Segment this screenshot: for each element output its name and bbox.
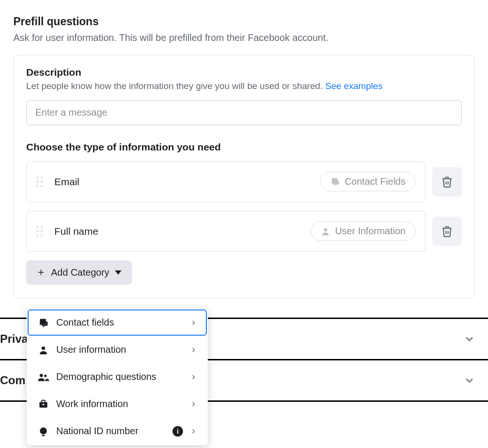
section-subtitle: Ask for user information. This will be p… bbox=[13, 31, 475, 44]
section-title: Prefill questions bbox=[13, 15, 475, 28]
prefill-questions-panel: Prefill questions Ask for user informati… bbox=[0, 0, 488, 299]
description-text: Let people know how the information they… bbox=[26, 80, 462, 92]
dropdown-item-contact-fields[interactable]: Contact fields bbox=[28, 309, 207, 336]
pill-label: Contact Fields bbox=[345, 176, 406, 187]
chevron-down-icon bbox=[463, 333, 476, 345]
svg-point-0 bbox=[324, 228, 327, 231]
svg-point-3 bbox=[41, 346, 45, 349]
delete-field-button[interactable] bbox=[432, 167, 462, 197]
field-row: EmailContact Fields bbox=[26, 161, 462, 202]
plus-icon bbox=[37, 268, 45, 277]
user-icon bbox=[37, 345, 50, 355]
collapsed-section-label: Com bbox=[0, 374, 25, 387]
add-category-dropdown: Contact fieldsUser informationDemographi… bbox=[27, 309, 208, 402]
chevron-right-icon bbox=[190, 319, 197, 327]
trash-icon bbox=[441, 175, 453, 189]
dropdown-item-user-information[interactable]: User information bbox=[28, 337, 207, 363]
description-title: Description bbox=[26, 67, 462, 78]
dropdown-item-label: User information bbox=[56, 344, 183, 355]
dropdown-item-label: Work information bbox=[56, 398, 183, 402]
svg-point-5 bbox=[44, 374, 47, 377]
dropdown-item-work-information[interactable]: Work information bbox=[28, 391, 207, 402]
dropdown-item-label: Demographic questions bbox=[56, 371, 183, 382]
dropdown-item-demographic-questions[interactable]: Demographic questions bbox=[28, 364, 207, 390]
trash-icon bbox=[441, 225, 453, 238]
field-category-pill: User Information bbox=[311, 221, 416, 241]
briefcase-icon bbox=[37, 399, 50, 402]
description-body: Let people know how the information they… bbox=[26, 81, 325, 91]
field-item[interactable]: EmailContact Fields bbox=[26, 161, 426, 202]
svg-point-4 bbox=[40, 374, 43, 377]
field-item[interactable]: Full nameUser Information bbox=[26, 211, 426, 252]
delete-field-button[interactable] bbox=[432, 217, 462, 246]
drag-handle-icon[interactable] bbox=[36, 176, 43, 187]
choose-info-title: Choose the type of information you need bbox=[26, 141, 462, 153]
chat-icon bbox=[37, 318, 50, 328]
add-category-label: Add Category bbox=[51, 267, 109, 278]
field-label: Email bbox=[54, 176, 309, 188]
description-input[interactable] bbox=[26, 100, 462, 125]
add-category-button[interactable]: Add Category bbox=[26, 260, 132, 285]
dropdown-item-label: Contact fields bbox=[56, 317, 183, 328]
people-icon bbox=[37, 372, 50, 382]
see-examples-link[interactable]: See examples bbox=[325, 81, 382, 91]
chevron-right-icon bbox=[190, 346, 197, 354]
pill-label: User Information bbox=[335, 226, 406, 237]
prefill-card: Description Let people know how the info… bbox=[13, 55, 475, 299]
field-label: Full name bbox=[54, 226, 299, 237]
field-category-pill: Contact Fields bbox=[320, 172, 416, 191]
drag-handle-icon[interactable] bbox=[36, 226, 43, 237]
chevron-right-icon bbox=[190, 373, 197, 381]
chevron-right-icon bbox=[190, 400, 197, 402]
chat-icon bbox=[330, 177, 340, 187]
chevron-down-icon bbox=[463, 374, 476, 387]
field-row: Full nameUser Information bbox=[26, 211, 462, 252]
collapsed-section-label: Priva bbox=[0, 332, 28, 346]
user-icon bbox=[321, 227, 330, 236]
chevron-down-icon bbox=[115, 270, 122, 275]
